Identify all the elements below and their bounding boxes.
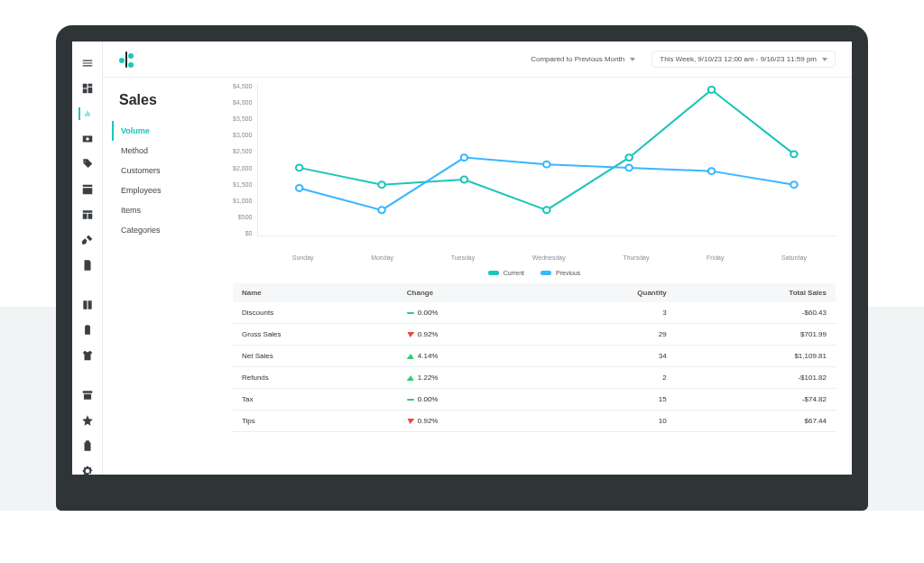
menu-icon[interactable] xyxy=(81,57,94,69)
cell-quantity: 29 xyxy=(540,324,676,346)
avatar[interactable]: sw xyxy=(79,484,96,490)
cell-quantity: 15 xyxy=(540,389,676,411)
legend-item: Previous xyxy=(541,270,580,276)
y-tick: $2,000 xyxy=(233,165,252,171)
arrow-up-icon xyxy=(406,354,414,359)
document-icon[interactable] xyxy=(81,259,94,272)
y-tick: $1,500 xyxy=(233,181,252,188)
chart-point xyxy=(296,185,302,191)
chart-legend: CurrentPrevious xyxy=(233,270,836,276)
cell-name: Net Sales xyxy=(233,346,398,367)
chart-point xyxy=(379,207,385,213)
x-tick: Friday xyxy=(707,254,724,261)
y-tick: $500 xyxy=(238,214,253,220)
subnav-item-volume[interactable]: Volume xyxy=(112,121,213,141)
content-area: $4,500$4,000$3,500$3,000$2,500$2,000$1,5… xyxy=(229,78,852,475)
tools-icon[interactable] xyxy=(81,234,94,246)
table-row[interactable]: Discounts0.00%3-$60.43 xyxy=(233,302,836,324)
reports-icon[interactable] xyxy=(79,107,91,120)
y-tick: $2,500 xyxy=(233,148,252,154)
cell-total: -$101.82 xyxy=(676,367,836,389)
battery-icon[interactable] xyxy=(81,439,94,452)
y-tick: $0 xyxy=(245,230,253,236)
legend-swatch xyxy=(488,271,499,275)
chart-point xyxy=(708,168,715,174)
table-row[interactable]: Net Sales4.14%34$1,109.81 xyxy=(233,346,836,367)
arrow-down-icon xyxy=(406,332,414,337)
star-icon[interactable] xyxy=(81,414,94,427)
shirt-icon[interactable] xyxy=(81,349,94,362)
cell-change: 0.92% xyxy=(398,324,540,346)
table-header: Name xyxy=(233,283,398,302)
body: Sales VolumeMethodCustomersEmployeesItem… xyxy=(103,78,852,475)
chart-series-current xyxy=(300,90,794,210)
y-tick: $4,500 xyxy=(233,83,252,89)
chart-point xyxy=(461,177,467,183)
cell-name: Tax xyxy=(233,389,398,411)
arrow-flat-icon xyxy=(407,312,414,314)
cell-total: -$74.82 xyxy=(676,389,836,411)
subnav-item-method[interactable]: Method xyxy=(112,141,213,161)
table-row[interactable]: Tax0.00%15-$74.82 xyxy=(233,389,836,411)
clipboard-icon[interactable] xyxy=(81,324,94,337)
date-range-dropdown[interactable]: This Week, 9/10/23 12:00 am - 9/16/23 11… xyxy=(651,51,836,68)
metrics-table: NameChangeQuantityTotal Sales Discounts0… xyxy=(233,283,836,432)
chart-point xyxy=(543,162,550,168)
table-header: Total Sales xyxy=(676,283,836,302)
subnav-item-categories[interactable]: Categories xyxy=(112,220,213,240)
table-header: Quantity xyxy=(540,283,676,302)
chart-y-axis: $4,500$4,000$3,500$3,000$2,500$2,000$1,5… xyxy=(233,83,257,236)
chevron-down-icon xyxy=(630,58,635,61)
tag-icon[interactable] xyxy=(81,158,94,171)
app-screen: sw Compared to Previous Month This Week,… xyxy=(72,42,852,475)
inventory-icon[interactable] xyxy=(81,183,94,196)
book-icon[interactable] xyxy=(81,299,94,311)
legend-label: Current xyxy=(504,270,524,276)
chart-point xyxy=(543,207,550,213)
cell-name: Tips xyxy=(233,411,398,432)
arrow-flat-icon xyxy=(407,399,414,401)
cell-name: Refunds xyxy=(233,367,398,389)
arrow-up-icon xyxy=(406,375,414,381)
section-subnav: Sales VolumeMethodCustomersEmployeesItem… xyxy=(103,78,229,475)
subnav-item-items[interactable]: Items xyxy=(112,200,213,220)
chart-point xyxy=(791,151,798,157)
app-logo xyxy=(119,51,135,68)
compare-label: Compared to Previous Month xyxy=(531,55,624,63)
cell-change: 1.22% xyxy=(398,367,540,389)
cell-quantity: 3 xyxy=(540,302,676,324)
table-row[interactable]: Refunds1.22%2-$101.82 xyxy=(233,367,836,389)
chart-point xyxy=(708,87,715,93)
chart-point xyxy=(379,181,385,188)
subnav-item-employees[interactable]: Employees xyxy=(112,180,213,200)
cell-quantity: 34 xyxy=(540,346,676,367)
compare-dropdown[interactable]: Compared to Previous Month xyxy=(523,51,642,67)
chart-x-axis: SundayMondayTuesdayWednesdayThursdayFrid… xyxy=(263,254,836,261)
y-tick: $3,500 xyxy=(233,115,252,122)
archive-icon[interactable] xyxy=(81,389,94,401)
cell-change: 4.14% xyxy=(398,346,540,367)
table-icon[interactable] xyxy=(81,208,94,221)
legend-swatch xyxy=(541,271,551,275)
table-row[interactable]: Tips0.92%10$67.44 xyxy=(233,411,836,432)
subnav-item-customers[interactable]: Customers xyxy=(112,161,213,180)
y-tick: $1,000 xyxy=(233,198,252,204)
cell-total: -$60.43 xyxy=(676,302,836,324)
chart-plot xyxy=(257,83,836,236)
gear-icon[interactable] xyxy=(81,465,94,477)
chevron-down-icon xyxy=(822,58,827,61)
icon-rail: sw xyxy=(72,42,103,475)
legend-item: Current xyxy=(488,270,524,276)
cell-quantity: 2 xyxy=(540,367,676,389)
table-header: Change xyxy=(398,283,540,302)
dashboard-icon[interactable] xyxy=(81,82,94,95)
cell-total: $1,109.81 xyxy=(676,346,836,367)
x-tick: Wednesday xyxy=(532,254,566,261)
cash-icon[interactable] xyxy=(81,133,94,145)
y-tick: $4,000 xyxy=(233,99,252,106)
page-title: Sales xyxy=(119,92,213,108)
change-value: 0.00% xyxy=(418,309,439,317)
x-tick: Monday xyxy=(371,254,393,261)
table-row[interactable]: Gross Sales0.92%29$701.99 xyxy=(233,324,836,346)
cell-quantity: 10 xyxy=(540,411,676,432)
